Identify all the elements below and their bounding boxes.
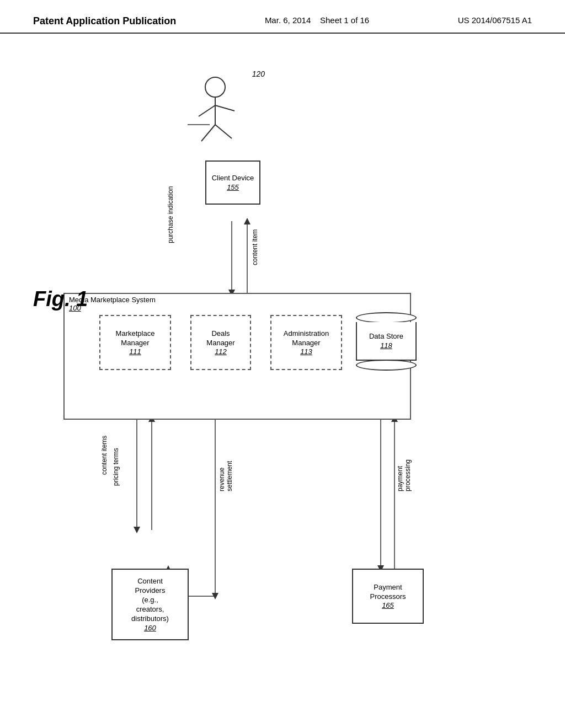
svg-line-16 (215, 125, 232, 138)
user-svg (182, 75, 248, 147)
deals-manager-num: 112 (215, 347, 227, 356)
svg-line-15 (201, 125, 215, 141)
data-store-cylinder: Data Store 118 (356, 312, 417, 371)
content-providers-box: ContentProviders(e.g.,creators,distribut… (111, 569, 189, 640)
administration-manager-label: AdministrationManager (284, 329, 329, 348)
content-items-label: content items (100, 436, 108, 475)
deals-manager-label: DealsManager (206, 329, 234, 348)
payment-processors-label: PaymentProcessors (370, 583, 406, 602)
client-device-num: 155 (227, 183, 239, 191)
data-store-num: 118 (380, 341, 392, 350)
payment-processors-box: PaymentProcessors 165 (352, 569, 424, 624)
content-providers-label: ContentProviders(e.g.,creators,distribut… (131, 577, 169, 623)
client-device-label: Client Device (212, 174, 254, 183)
administration-manager-box: AdministrationManager 113 (270, 315, 342, 370)
deals-manager-box: DealsManager 112 (190, 315, 251, 370)
marketplace-manager-num: 111 (129, 347, 141, 356)
header-center-text: Mar. 6, 2014 Sheet 1 of 16 (265, 15, 369, 25)
data-store-label: Data Store (369, 332, 403, 341)
content-item-label: content item (251, 229, 259, 265)
svg-line-14 (215, 105, 234, 111)
revenue-settlement-label: revenue settlement (218, 461, 233, 491)
content-providers-num: 160 (144, 624, 156, 632)
svg-point-11 (205, 77, 225, 97)
cylinder-body: Data Store 118 (356, 322, 417, 361)
page-header: Patent Application Publication Mar. 6, 2… (0, 0, 565, 34)
cylinder-bottom (356, 360, 417, 371)
user-id-label: 120 (252, 69, 265, 78)
marketplace-manager-label: MarketplaceManager (116, 329, 155, 348)
payment-processors-num: 165 (382, 601, 394, 609)
header-right-text: US 2014/067515 A1 (458, 15, 532, 25)
header-left-text: Patent Application Publication (33, 15, 176, 27)
svg-line-13 (199, 105, 215, 116)
cylinder-top (356, 312, 417, 323)
marketplace-manager-box: MarketplaceManager 111 (99, 315, 171, 370)
administration-manager-num: 113 (300, 347, 312, 356)
pricing-terms-label: pricing terms (112, 448, 120, 486)
purchase-indication-label: purchase indication (167, 186, 174, 243)
fig-label: Fig. 1 (33, 287, 88, 311)
user-figure: 120 (182, 75, 248, 149)
diagram-area: 120 Client Device 155 purchase indicatio… (0, 34, 565, 718)
client-device-box: Client Device 155 (205, 160, 260, 205)
payment-processing-label: payment processing (396, 459, 412, 491)
